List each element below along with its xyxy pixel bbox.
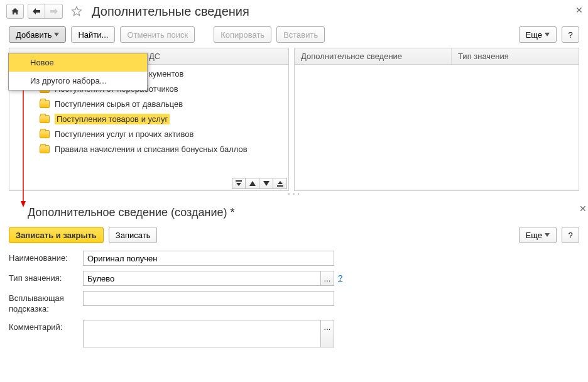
back-button[interactable]: [28, 4, 45, 19]
type-input[interactable]: [83, 271, 320, 286]
find-button[interactable]: Найти...: [71, 26, 115, 43]
bottom-more-button[interactable]: Еще: [519, 227, 557, 243]
form-row-name: Наименование:: [9, 251, 579, 266]
tree-label: Правила начисления и списания бонусных б…: [55, 145, 248, 154]
chevron-down-icon: [54, 33, 59, 36]
comment-wrap: ...: [83, 320, 334, 347]
right-table-header: Дополнительное сведение Тип значения: [295, 48, 579, 65]
close-icon[interactable]: ✕: [575, 5, 583, 15]
comment-expand-button[interactable]: ...: [320, 320, 334, 347]
page-title: Дополнительные сведения: [92, 4, 249, 19]
tree-label: Поступления сырья от давальцев: [55, 99, 183, 109]
arrow-left-icon: [33, 8, 40, 14]
bottom-pane-title: Дополнительное сведение (создание) *: [9, 201, 579, 226]
paste-button: Вставить: [276, 26, 325, 43]
more-button-label: Еще: [526, 30, 542, 40]
label-type: Тип значения:: [9, 271, 83, 283]
svg-rect-2: [277, 185, 283, 187]
type-input-wrap: ...: [83, 271, 334, 286]
tree-label: кументов: [149, 69, 183, 79]
label-comment: Комментарий:: [9, 320, 83, 332]
tree-label: Поступления товаров и услуг: [55, 114, 170, 124]
svg-rect-1: [236, 180, 242, 182]
chevron-down-icon: [545, 233, 550, 237]
add-dropdown-menu: Новое Из другого набора...: [8, 53, 148, 90]
bottom-help-button[interactable]: ?: [562, 227, 579, 243]
right-col1-header: Дополнительное сведение: [295, 48, 452, 64]
help-button[interactable]: ?: [562, 26, 579, 43]
save-button[interactable]: Записать: [109, 227, 158, 243]
add-button-label: Добавить: [16, 30, 52, 40]
home-icon: [11, 7, 19, 16]
save-close-button[interactable]: Записать и закрыть: [9, 227, 104, 243]
chevron-down-icon: [545, 33, 550, 36]
bottom-close-icon[interactable]: ✕: [579, 204, 587, 214]
copy-button: Копировать: [214, 26, 271, 43]
home-button[interactable]: [6, 4, 24, 19]
form-row-tooltip: Всплывающая подсказка:: [9, 291, 579, 315]
main-toolbar: Добавить Найти... Отменить поиск Копиров…: [0, 24, 588, 48]
type-select-button[interactable]: ...: [320, 271, 334, 286]
tree-nav-controls: [232, 178, 287, 189]
cancel-search-button: Отменить поиск: [120, 26, 195, 43]
nav-first-icon: [236, 180, 242, 187]
folder-icon: [40, 115, 50, 123]
nav-down-button[interactable]: [259, 178, 273, 189]
forward-button[interactable]: [45, 4, 63, 19]
label-name: Наименование:: [9, 251, 83, 263]
top-header: Дополнительные сведения ✕: [0, 0, 588, 24]
tree-row-selected[interactable]: Поступления товаров и услуг: [9, 111, 288, 126]
folder-icon: [40, 145, 50, 153]
tooltip-input[interactable]: [83, 291, 334, 306]
type-help-link[interactable]: ?: [338, 271, 342, 283]
nav-down-icon: [263, 181, 270, 186]
bottom-pane: ✕ Дополнительное сведение (создание) * З…: [0, 197, 588, 347]
tree-row[interactable]: Поступления услуг и прочих активов: [9, 126, 288, 141]
name-input[interactable]: [83, 251, 334, 266]
nav-last-button[interactable]: [273, 178, 287, 189]
form-row-type: Тип значения: ... ?: [9, 271, 579, 286]
horizontal-splitter[interactable]: • • •: [0, 191, 588, 197]
nav-up-icon: [249, 181, 256, 186]
comment-textarea[interactable]: [83, 320, 320, 347]
more-button[interactable]: Еще: [519, 26, 557, 43]
tree-row[interactable]: Поступления сырья от давальцев: [9, 96, 288, 111]
label-tooltip: Всплывающая подсказка:: [9, 291, 83, 315]
star-icon[interactable]: [70, 5, 83, 18]
menu-item-from-set[interactable]: Из другого набора...: [9, 72, 147, 90]
bottom-toolbar: Записать и закрыть Записать Еще ?: [9, 226, 579, 251]
folder-icon: [40, 130, 50, 138]
add-button[interactable]: Добавить: [9, 26, 66, 43]
arrow-right-icon: [50, 8, 58, 14]
tree-label: Поступления услуг и прочих активов: [55, 129, 193, 139]
tree-row[interactable]: Правила начисления и списания бонусных б…: [9, 141, 288, 156]
nav-up-button[interactable]: [246, 178, 259, 189]
nav-first-button[interactable]: [232, 178, 246, 189]
menu-item-new[interactable]: Новое: [9, 53, 147, 72]
right-col2-header: Тип значения: [452, 48, 579, 64]
nav-group: [28, 4, 63, 19]
right-details-panel: Дополнительное сведение Тип значения: [294, 48, 579, 191]
bottom-more-label: Еще: [526, 231, 542, 240]
form-row-comment: Комментарий: ...: [9, 320, 579, 347]
folder-icon: [40, 100, 50, 108]
nav-last-icon: [277, 180, 283, 187]
